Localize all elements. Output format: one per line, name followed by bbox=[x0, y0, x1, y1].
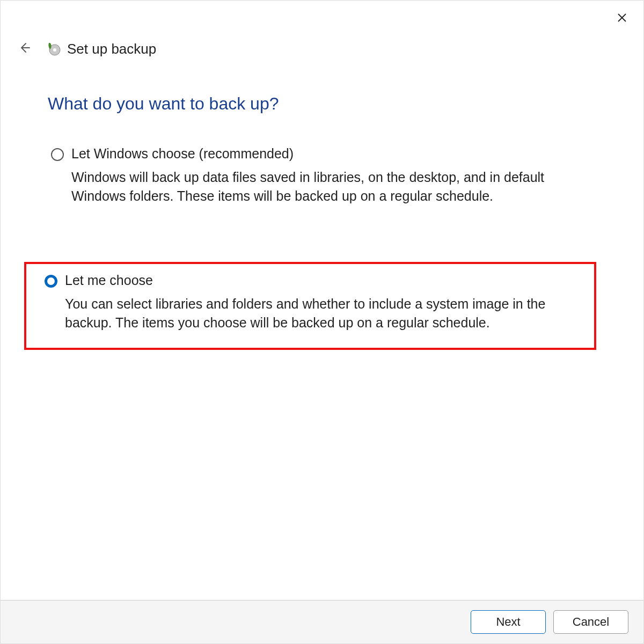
option-label[interactable]: Let me choose bbox=[65, 273, 583, 288]
backup-wizard-icon bbox=[46, 41, 62, 57]
next-button[interactable]: Next bbox=[471, 610, 546, 634]
radio-let-me-choose[interactable] bbox=[45, 275, 57, 288]
titlebar bbox=[1, 1, 643, 26]
back-arrow-icon bbox=[18, 42, 30, 56]
title-group: Set up backup bbox=[46, 41, 156, 57]
content-area: What do you want to back up? Let Windows… bbox=[1, 57, 643, 600]
option-windows-choose[interactable]: Let Windows choose (recommended) Windows… bbox=[48, 143, 596, 213]
page-heading: What do you want to back up? bbox=[48, 94, 596, 114]
footer: Next Cancel bbox=[1, 600, 643, 643]
close-button[interactable] bbox=[614, 11, 630, 26]
option-description: Windows will back up data files saved in… bbox=[71, 168, 589, 205]
radio-windows-choose[interactable] bbox=[51, 148, 64, 161]
back-button[interactable] bbox=[16, 40, 33, 57]
wizard-title: Set up backup bbox=[67, 41, 156, 57]
svg-point-1 bbox=[53, 48, 56, 52]
option-description: You can select libraries and folders and… bbox=[65, 295, 583, 332]
option-body: Let me choose You can select libraries a… bbox=[65, 273, 583, 332]
option-body: Let Windows choose (recommended) Windows… bbox=[71, 146, 589, 205]
option-label[interactable]: Let Windows choose (recommended) bbox=[71, 146, 589, 162]
close-icon bbox=[617, 12, 627, 25]
cancel-button[interactable]: Cancel bbox=[553, 610, 628, 634]
header-row: Set up backup bbox=[1, 26, 643, 57]
option-let-me-choose[interactable]: Let me choose You can select libraries a… bbox=[24, 262, 596, 350]
